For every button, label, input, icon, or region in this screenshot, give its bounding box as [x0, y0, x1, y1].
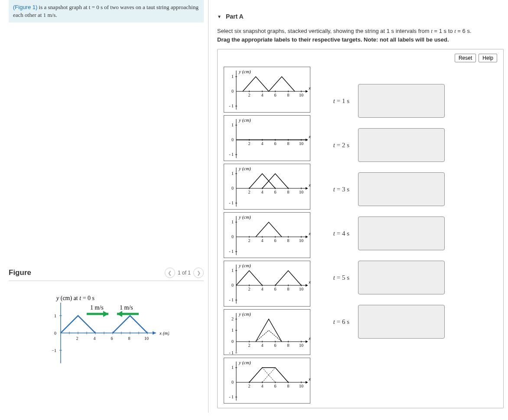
svg-text:1: 1: [231, 220, 234, 224]
drop-slot-4[interactable]: [358, 216, 445, 250]
figure-prev-button[interactable]: ❮: [165, 268, 175, 278]
svg-text:x (m): x (m): [308, 231, 311, 236]
svg-text:- 1: - 1: [229, 350, 234, 355]
drag-drop-workspace: Reset Help y (cm)x (m)10- 1246810y (cm)x…: [217, 49, 504, 408]
svg-text:2: 2: [248, 93, 251, 97]
svg-text:y (cm): y (cm): [238, 263, 251, 268]
drop-slot-1[interactable]: [358, 84, 445, 118]
x-axis-label: x (m): [159, 330, 169, 336]
svg-text:10: 10: [299, 238, 303, 243]
svg-text:6: 6: [111, 336, 113, 341]
drop-slot-5[interactable]: [358, 261, 445, 294]
svg-text:6: 6: [274, 287, 277, 291]
svg-text:x (m): x (m): [308, 85, 311, 91]
draggable-graph-E[interactable]: y (cm)x (m)10- 1246810: [224, 261, 310, 307]
speed-label-1: 1 m/s: [90, 304, 104, 311]
svg-text:- 1: - 1: [229, 394, 234, 399]
target-label-1: t = 1 s: [323, 97, 349, 105]
svg-text:8: 8: [287, 141, 290, 146]
draggable-graph-A[interactable]: y (cm)x (m)10- 1246810: [224, 67, 310, 113]
svg-text:8: 8: [287, 93, 290, 97]
figure-1-plot: y (cm) at t = 0 s 2 4 6 8 10: [9, 281, 204, 372]
draggable-graph-G[interactable]: y (cm)x (m)10- 1246810: [224, 358, 310, 404]
svg-text:0: 0: [231, 339, 234, 344]
svg-text:4: 4: [261, 287, 264, 291]
figure-ref-link[interactable]: (Figure 1): [13, 4, 37, 10]
svg-text:8: 8: [287, 343, 290, 348]
svg-text:2: 2: [248, 190, 251, 194]
svg-text:y (cm): y (cm): [238, 360, 251, 365]
svg-text:8: 8: [128, 336, 130, 341]
svg-text:8: 8: [287, 190, 290, 194]
svg-text:y (cm): y (cm): [238, 311, 251, 317]
svg-text:0: 0: [231, 380, 234, 384]
problem-statement: (Figure 1) is a snapshot graph at t = 0 …: [9, 0, 204, 23]
target-label-4: t = 4 s: [323, 230, 349, 237]
svg-text:0: 0: [54, 331, 56, 336]
svg-text:4: 4: [261, 238, 264, 243]
speed-arrow-right: [87, 311, 108, 317]
draggable-graph-C[interactable]: y (cm)x (m)10- 1246810: [224, 164, 310, 210]
svg-text:10: 10: [144, 336, 149, 341]
draggable-graph-B[interactable]: y (cm)x (m)10- 1246810: [224, 115, 310, 161]
svg-text:4: 4: [261, 141, 264, 146]
drop-targets-column: t = 1 s t = 2 s t = 3 s t = 4 s t = 5 s …: [323, 67, 445, 404]
svg-text:6: 6: [274, 384, 277, 388]
svg-text:0: 0: [231, 283, 234, 288]
svg-marker-24: [103, 311, 108, 317]
svg-text:6: 6: [274, 93, 277, 97]
target-label-3: t = 3 s: [323, 186, 349, 193]
svg-text:x (m): x (m): [308, 134, 311, 139]
speed-arrow-left: [117, 311, 139, 317]
svg-text:2: 2: [248, 343, 251, 348]
svg-text:6: 6: [274, 238, 277, 243]
svg-text:1: 1: [231, 171, 234, 176]
svg-text:- 1: - 1: [229, 200, 234, 205]
drop-slot-6[interactable]: [358, 305, 445, 339]
problem-text: is a snapshot graph at t = 0 s of two wa…: [13, 4, 199, 18]
svg-text:y (cm): y (cm): [238, 214, 251, 220]
svg-text:8: 8: [287, 287, 290, 291]
svg-text:0: 0: [231, 186, 234, 191]
svg-text:- 1: - 1: [229, 103, 234, 108]
drop-slot-3[interactable]: [358, 172, 445, 206]
svg-text:−1: −1: [52, 348, 56, 353]
svg-text:x (m): x (m): [308, 279, 311, 285]
draggable-graph-D[interactable]: y (cm)x (m)10- 1246810: [224, 212, 310, 258]
svg-text:0: 0: [231, 234, 234, 239]
svg-text:1: 1: [231, 365, 234, 370]
draggable-labels-column: y (cm)x (m)10- 1246810y (cm)x (m)10- 124…: [224, 67, 310, 404]
svg-text:2: 2: [248, 238, 251, 243]
svg-text:1: 1: [231, 328, 234, 333]
svg-text:- 1: - 1: [229, 297, 234, 302]
part-a-title: Part A: [226, 13, 244, 20]
svg-text:0: 0: [231, 89, 234, 94]
target-label-5: t = 5 s: [323, 274, 349, 281]
svg-text:4: 4: [261, 93, 264, 97]
svg-text:1: 1: [231, 123, 234, 127]
svg-text:4: 4: [94, 336, 96, 341]
svg-text:10: 10: [299, 343, 303, 348]
figure-title: y (cm) at t = 0 s: [55, 295, 94, 302]
help-button[interactable]: Help: [479, 54, 497, 62]
draggable-graph-F[interactable]: y (cm)x (m)210- 1246810: [224, 309, 310, 355]
svg-text:x (m): x (m): [308, 182, 311, 188]
figure-heading: Figure: [9, 268, 31, 277]
speed-label-2: 1 m/s: [120, 304, 133, 311]
svg-marker-109: [306, 284, 308, 287]
svg-text:x (m): x (m): [308, 336, 311, 341]
svg-text:2: 2: [248, 287, 251, 291]
svg-text:2: 2: [248, 384, 251, 388]
drag-instructions: Drag the appropriate labels to their res…: [217, 36, 504, 43]
collapse-icon[interactable]: ▼: [217, 14, 221, 19]
drop-slot-2[interactable]: [358, 128, 445, 162]
reset-button[interactable]: Reset: [455, 54, 476, 62]
svg-text:y (cm): y (cm): [238, 166, 251, 171]
svg-text:4: 4: [261, 384, 264, 388]
figure-next-button[interactable]: ❯: [193, 268, 204, 278]
target-label-2: t = 2 s: [323, 142, 349, 149]
svg-text:6: 6: [274, 343, 277, 348]
svg-text:1: 1: [54, 313, 56, 318]
svg-text:10: 10: [299, 384, 303, 388]
svg-marker-151: [306, 381, 308, 384]
